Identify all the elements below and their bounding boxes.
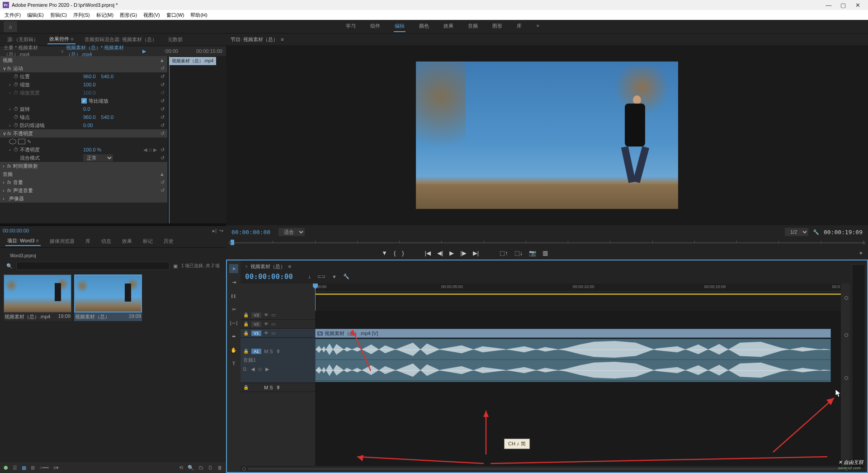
menu-window[interactable]: 窗口(W) [164, 11, 187, 19]
comparison-view-icon[interactable]: ▥ [542, 250, 548, 256]
menu-marker[interactable]: 标记(M) [94, 11, 117, 19]
slip-tool-icon[interactable]: |↔| [229, 318, 238, 327]
razor-tool-icon[interactable]: ✂ [229, 305, 238, 314]
program-viewer[interactable] [226, 45, 868, 225]
go-to-out-icon[interactable]: ▶| [473, 250, 479, 256]
icon-view-icon[interactable]: ▦ [22, 465, 26, 471]
track-header-v3[interactable]: 🔒V3👁▭ [241, 311, 315, 320]
tab-metadata[interactable]: 元数据 [166, 35, 184, 44]
home-button[interactable]: ⌂ [4, 21, 17, 32]
mask-pen-icon[interactable]: ✎ [27, 139, 31, 145]
hand-tool-icon[interactable]: ✋ [229, 345, 238, 355]
project-search-input[interactable] [16, 262, 170, 270]
lock-icon[interactable]: 🔒 [243, 312, 249, 317]
settings-wrench-icon[interactable]: 🔧 [813, 229, 819, 235]
mask-ellipse-icon[interactable] [9, 139, 16, 144]
track-select-tool-icon[interactable]: ⇥ [229, 278, 238, 287]
tab-project[interactable]: 项目: Word3 ≡ [5, 236, 41, 246]
tab-audio-clip-mixer[interactable]: 音频剪辑混合器: 视频素材（总） [83, 35, 159, 44]
menu-view[interactable]: 视图(V) [141, 11, 163, 19]
work-area-bar[interactable] [315, 293, 841, 295]
maximize-button[interactable]: ▢ [840, 2, 846, 8]
workspace-overflow[interactable]: » [535, 21, 540, 32]
position-x[interactable]: 960.0 [83, 74, 96, 79]
minimize-button[interactable]: — [826, 2, 832, 8]
type-tool-icon[interactable]: T [229, 359, 238, 368]
video-clip[interactable]: fx 视频素材（总）.mp4 [V] [315, 329, 831, 338]
insert-icon[interactable]: ▸| [212, 228, 217, 234]
menu-graphics[interactable]: 图形(G) [117, 11, 140, 19]
workspace-effects[interactable]: 效果 [443, 21, 454, 32]
timeline-timecode[interactable]: 00:00:00:00 [245, 272, 293, 281]
project-item-sequence[interactable]: 视频素材（总）19:09 [74, 274, 142, 321]
tab-effects-browser[interactable]: 效果 [120, 237, 134, 246]
close-sequence-icon[interactable]: × [245, 264, 248, 269]
tab-info[interactable]: 信息 [99, 237, 113, 246]
pen-tool-icon[interactable]: ✒ [229, 332, 238, 341]
freeform-view-icon[interactable]: ⊞ [31, 465, 35, 471]
effects-mini-timeline[interactable]: 视频素材（总）.mp4 [167, 56, 226, 223]
section-audio[interactable]: 音频▲ [0, 170, 167, 178]
position-y[interactable]: 540.0 [101, 74, 114, 79]
ripple-tool-icon[interactable]: ⫿⫿ [229, 291, 238, 300]
menu-clip[interactable]: 剪辑(C) [47, 11, 70, 19]
close-button[interactable]: ✕ [854, 2, 861, 8]
linked-selection-icon[interactable]: ⊂⊃ [317, 274, 326, 279]
reset-icon[interactable]: ↺ [160, 66, 165, 71]
tab-markers[interactable]: 标记 [141, 237, 155, 246]
track-header-v2[interactable]: 🔒V2👁▭ [241, 320, 315, 329]
filter-bin-icon[interactable]: ▣ [173, 263, 178, 269]
selection-tool-icon[interactable]: ➤ [229, 264, 238, 273]
workspace-graphics[interactable]: 图形 [491, 21, 503, 32]
mark-in-icon[interactable]: { [394, 250, 396, 256]
workspace-audio[interactable]: 音频 [467, 21, 479, 32]
tab-media-browser[interactable]: 媒体浏览器 [48, 237, 76, 246]
menu-sequence[interactable]: 序列(S) [71, 11, 93, 19]
extract-icon[interactable]: ⬚↓ [514, 250, 523, 256]
tab-source[interactable]: 源:（无剪辑） [5, 35, 40, 44]
automate-icon[interactable]: ⟲ [179, 465, 183, 471]
mask-rect-icon[interactable] [18, 139, 25, 144]
tab-effect-controls[interactable]: 效果控件 ≡ [47, 35, 75, 44]
track-header-a1[interactable]: 🔒A1M S🎙 音频1 0.◀◇▶ [241, 338, 315, 383]
tab-libraries[interactable]: 库 [84, 237, 92, 246]
go-to-in-icon[interactable]: |◀ [425, 250, 431, 256]
project-item-clip[interactable]: 视频素材（总）.mp419:09 [4, 274, 71, 321]
mute-solo[interactable]: M S [264, 349, 273, 354]
writable-icon[interactable]: ⬢ [4, 465, 8, 471]
menu-edit[interactable]: 编辑(E) [24, 11, 47, 19]
opacity-value[interactable]: 100.0 % [83, 147, 101, 152]
timeline-settings-wrench-icon[interactable]: 🔧 [343, 274, 349, 279]
workspace-libraries[interactable]: 库 [516, 21, 523, 32]
blend-mode-select[interactable]: 正常 [83, 154, 113, 161]
export-frame-icon[interactable]: 📷 [529, 250, 536, 256]
button-editor-icon[interactable]: + [859, 250, 868, 256]
fx-panner-header[interactable]: ›声像器 [0, 194, 167, 203]
track-header-a2[interactable]: 🔒M S🎙 [241, 383, 315, 392]
workspace-learn[interactable]: 学习 [345, 21, 357, 32]
workspace-editing[interactable]: 编辑 [394, 21, 406, 32]
sort-icon[interactable]: ≡▾ [53, 465, 59, 471]
flicker-value[interactable]: 0.00 [83, 123, 93, 128]
list-view-icon[interactable]: ☰ [13, 465, 17, 471]
anchor-x[interactable]: 960.0 [83, 114, 96, 120]
add-marker-icon[interactable]: ▼ [382, 250, 387, 256]
anchor-y[interactable]: 540.0 [101, 114, 114, 120]
lift-icon[interactable]: ⬚↑ [500, 250, 508, 256]
timeline-ruler[interactable]: :00:00 00:00:05:00 00:00:10:00 00:00:15:… [315, 284, 841, 292]
scale-value[interactable]: 100.0 [83, 82, 96, 87]
collapse-icon[interactable]: ▲ [160, 57, 165, 63]
fx-motion-header[interactable]: ∨fx运动↺ [0, 64, 167, 72]
workspace-assembly[interactable]: 组件 [369, 21, 381, 32]
menu-file[interactable]: 文件(F) [2, 11, 24, 19]
mark-out-icon[interactable]: } [402, 250, 404, 256]
step-back-icon[interactable]: ◀| [437, 250, 443, 256]
fx-channel-volume-header[interactable]: ›fx声道音量↺ [0, 186, 167, 194]
stopwatch-icon[interactable]: ⏱ [14, 74, 20, 79]
uniform-scale-checkbox[interactable]: ✓ [81, 98, 87, 104]
new-bin-icon[interactable]: 🗀 [198, 465, 203, 470]
timeline-zoom-scrollbar[interactable] [241, 466, 850, 472]
resolution-select[interactable]: 1/2 [785, 228, 808, 236]
audio-clip[interactable] [315, 339, 831, 382]
new-item-icon[interactable]: 🗋 [208, 465, 213, 470]
